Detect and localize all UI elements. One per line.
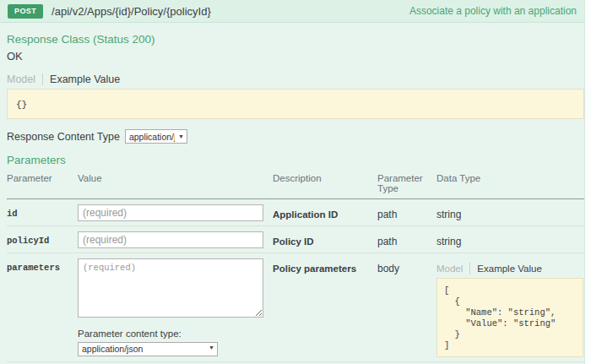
id-value-input[interactable]: [78, 204, 263, 221]
body-example-code: [ { "Name": "string", "Value": "string" …: [436, 278, 583, 357]
parameters-table: Parameter Value Description Parameter Ty…: [7, 170, 585, 364]
param-data-type: string: [436, 231, 584, 247]
param-name: parameters: [7, 258, 78, 273]
param-description: Application ID: [273, 204, 377, 221]
endpoint-path[interactable]: /api/v2/Apps/{id}/Policy/{policyId}: [52, 5, 211, 18]
response-example-code: {}: [7, 89, 584, 119]
tab-model[interactable]: Model: [436, 263, 463, 274]
param-description: Policy ID: [273, 231, 377, 248]
tab-model[interactable]: Model: [7, 73, 35, 85]
col-header-parameter-type: Parameter Type: [377, 173, 436, 193]
operation-header: POST /api/v2/Apps/{id}/Policy/{policyId}…: [0, 0, 584, 23]
response-class-heading: Response Class (Status 200): [7, 33, 577, 46]
body-example-tabs: Model Example Value: [436, 263, 584, 274]
param-name: id: [7, 204, 78, 219]
table-row-policyid: policyId Policy ID path string: [7, 226, 585, 253]
parameters-heading: Parameters: [7, 154, 577, 166]
parameter-content-type-label: Parameter content type:: [78, 329, 273, 339]
policyid-value-input[interactable]: [78, 231, 263, 248]
col-header-description: Description: [273, 173, 377, 183]
response-content-type-select[interactable]: application/json: [125, 129, 187, 144]
tab-example-value[interactable]: Example Value: [50, 73, 120, 85]
response-description: OK: [7, 50, 577, 62]
tab-example-value[interactable]: Example Value: [477, 263, 542, 274]
operation-summary-link[interactable]: Associate a policy with an application: [409, 5, 577, 17]
param-data-type: string: [436, 204, 584, 220]
table-header-row: Parameter Value Description Parameter Ty…: [7, 170, 585, 199]
tab-divider: [42, 73, 43, 85]
param-type: path: [377, 204, 436, 220]
response-example-tabs: Model Example Value: [7, 73, 577, 85]
response-content-type-label: Response Content Type: [7, 131, 120, 143]
http-method-badge[interactable]: POST: [8, 4, 43, 19]
table-row-id: id Application ID path string: [7, 199, 585, 226]
col-header-value: Value: [78, 173, 273, 183]
tab-divider: [469, 263, 470, 274]
param-name: policyId: [7, 231, 78, 246]
param-type: path: [377, 231, 436, 247]
param-type: body: [377, 258, 436, 274]
api-operation-panel: POST /api/v2/Apps/{id}/Policy/{policyId}…: [0, 0, 585, 364]
parameter-content-type-select[interactable]: application/json: [78, 342, 218, 356]
col-header-parameter: Parameter: [7, 173, 78, 183]
parameters-body-textarea[interactable]: [78, 258, 263, 318]
table-row-parameters: parameters Parameter content type: appli…: [7, 253, 585, 362]
param-description: Policy parameters: [273, 258, 377, 275]
col-header-data-type: Data Type: [436, 173, 584, 183]
